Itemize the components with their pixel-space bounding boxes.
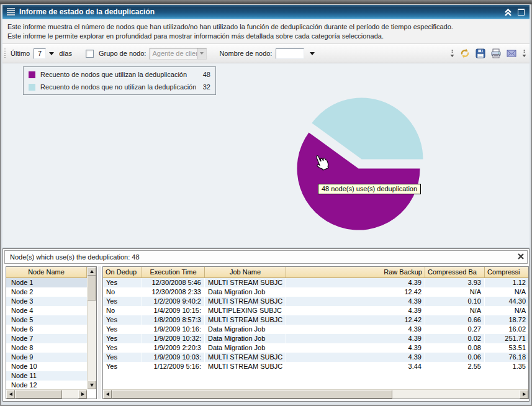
column-header-execution-time[interactable]: Execution Time (142, 267, 205, 278)
table-row[interactable]: No 1/4/2009 10:15: MULTIPLEXING SUBJC 4.… (103, 306, 528, 315)
node-list-item[interactable]: Node 12 (6, 381, 87, 389)
refresh-button[interactable] (459, 48, 471, 59)
node-list-item[interactable]: Node 7 (6, 334, 87, 343)
cell-on-dedup: Yes (103, 334, 142, 343)
cell-compression: 16.02 (485, 325, 529, 334)
node-group-checkbox[interactable] (86, 50, 94, 58)
chart-area: Recuento de nodos que utilizan la dedupl… (2, 63, 530, 247)
node-list: Node Name Node 1 Node 2 Node 3 Node 4 No… (6, 266, 97, 399)
node-name-dropdown-arrow-icon[interactable] (310, 52, 315, 55)
detail-panel-title: Node(s) which use(s) the deduplication: … (10, 253, 140, 261)
maximize-button[interactable] (518, 9, 525, 16)
email-button[interactable] (506, 48, 517, 59)
pie-chart[interactable] (2, 63, 530, 247)
column-header-raw-backup[interactable]: Raw Backup (286, 267, 425, 278)
detail-table-header: On Dedup Execution Time Job Name Raw Bac… (103, 267, 528, 278)
node-name-input[interactable] (276, 48, 304, 59)
days-dropdown-arrow-icon[interactable] (49, 52, 54, 55)
node-group-dropdown-button[interactable] (197, 48, 206, 59)
cell-job-name: MULTI STREAM SUBJC (205, 353, 286, 362)
table-hscrollbar[interactable] (103, 389, 528, 399)
cell-raw-backup: 4.39 (286, 306, 425, 315)
hscroll-thumb[interactable] (112, 390, 392, 399)
cell-compressed-backup: N/A (425, 287, 485, 297)
cell-compression: N/A (485, 306, 529, 315)
node-list-item[interactable]: Node 9 (6, 353, 87, 362)
collapse-button[interactable] (503, 8, 513, 17)
cell-raw-backup: 4.39 (286, 353, 425, 362)
days-input[interactable]: 7 (34, 48, 46, 59)
pie-tooltip: 48 node(s) use(s) deduplication (318, 184, 421, 194)
table-row[interactable]: Yes 1/9/2009 10:32: Data Migration Job 4… (103, 334, 528, 343)
cell-job-name: MULTI STREAM SUBJC (205, 315, 286, 325)
cell-job-name: MULTIPLEXING SUBJC (205, 306, 286, 315)
cell-on-dedup: No (103, 306, 142, 315)
detail-table-body: Yes 12/30/2008 5:46 MULTI STREAM SUBJC 4… (103, 278, 528, 371)
cell-compressed-backup: 0.06 (425, 353, 485, 362)
column-header-on-dedup[interactable]: On Dedup (103, 267, 142, 278)
node-group-select[interactable]: Agente de cliente (150, 48, 207, 60)
description-line-2: Este informe le permite explorar en prof… (7, 32, 525, 41)
toolbar-overflow-icon[interactable] (521, 48, 527, 59)
detail-panel: Node(s) which use(s) the deduplication: … (2, 248, 530, 402)
cell-execution-time: 1/12/2009 5:16: (142, 362, 205, 371)
scroll-up-button[interactable] (88, 267, 96, 276)
cell-execution-time: 12/30/2008 2:33 (142, 287, 205, 297)
table-row[interactable]: Yes 1/9/2009 10:03: MULTI STREAM SUBJC 4… (103, 353, 528, 362)
toolbar: Último 7 días Grupo de nodo: Agente de c… (2, 44, 530, 63)
node-group-value: Agente de cliente (150, 50, 197, 57)
table-row[interactable]: Yes 1/12/2009 5:16: MULTI STREAM SUBJC 3… (103, 362, 528, 371)
node-list-item[interactable]: Node 8 (6, 343, 87, 353)
scroll-left-button[interactable] (103, 390, 112, 399)
cell-job-name: Data Migration Job (205, 287, 286, 297)
collapse-chevrons-icon (503, 8, 513, 17)
cell-raw-backup: 4.39 (286, 334, 425, 343)
table-row[interactable]: Yes 1/9/2009 2:20:3 Data Migration Job 4… (103, 343, 528, 353)
column-header-job-name[interactable]: Job Name (205, 267, 286, 278)
scroll-down-button[interactable] (88, 381, 96, 389)
node-list-item[interactable]: Node 6 (6, 325, 87, 334)
print-button[interactable] (490, 48, 502, 59)
column-header-compression[interactable]: Compressi (485, 267, 529, 278)
scroll-left-button[interactable] (6, 390, 15, 399)
save-button[interactable] (475, 48, 486, 59)
node-list-item[interactable]: Node 5 (6, 315, 87, 325)
node-list-item[interactable]: Node 11 (6, 371, 87, 381)
table-row[interactable]: Yes 1/2/2009 9:40:2 MULTI STREAM SUBJC 4… (103, 297, 528, 306)
node-list-hscrollbar[interactable] (6, 389, 87, 399)
node-group-label: Grupo de nodo: (99, 50, 146, 57)
hscroll-thumb[interactable] (15, 390, 62, 399)
toolbar-overflow-icon[interactable] (449, 48, 455, 59)
node-list-item[interactable]: Node 1 (6, 278, 87, 287)
table-row[interactable]: No 12/30/2008 2:33 Data Migration Job 12… (103, 287, 528, 297)
table-row[interactable]: Yes 1/8/2009 8:57:3 MULTI STREAM SUBJC 1… (103, 315, 528, 325)
node-list-header[interactable]: Node Name (6, 267, 87, 278)
detail-panel-header: Node(s) which use(s) the deduplication: … (4, 250, 528, 264)
panel-splitter[interactable] (98, 266, 101, 399)
cell-on-dedup: Yes (103, 278, 142, 287)
node-list-item[interactable]: Node 3 (6, 297, 87, 306)
table-row[interactable]: Yes 1/9/2009 10:16: Data Migration Job 4… (103, 325, 528, 334)
cell-execution-time: 1/9/2009 10:16: (142, 325, 205, 334)
cell-compression: N/A (485, 287, 529, 297)
node-list-vscrollbar[interactable] (87, 267, 96, 389)
cell-compressed-backup: 3.93 (425, 278, 485, 287)
node-list-item[interactable]: Node 10 (6, 362, 87, 371)
days-unit-label: días (59, 50, 72, 57)
vscroll-thumb[interactable] (88, 276, 96, 300)
node-list-item[interactable]: Node 2 (6, 287, 87, 297)
window-frame-top (0, 0, 532, 4)
node-list-item[interactable]: Node 4 (6, 306, 87, 315)
scroll-right-button[interactable] (78, 390, 87, 399)
table-row[interactable]: Yes 12/30/2008 5:46 MULTI STREAM SUBJC 4… (103, 278, 528, 287)
cell-execution-time: 1/9/2009 2:20:3 (142, 343, 205, 353)
cell-execution-time: 12/30/2008 5:46 (142, 278, 205, 287)
column-header-compressed-backup[interactable]: Compressed Ba (425, 267, 485, 278)
cell-job-name: MULTI STREAM SUBJC (205, 278, 286, 287)
cell-execution-time: 1/2/2009 9:40:2 (142, 297, 205, 306)
cell-compression: 1.12 (485, 278, 529, 287)
cell-raw-backup: 4.39 (286, 297, 425, 306)
scroll-right-button[interactable] (520, 390, 528, 399)
toolbar-grip-icon (4, 48, 6, 59)
close-button[interactable] (516, 252, 525, 261)
